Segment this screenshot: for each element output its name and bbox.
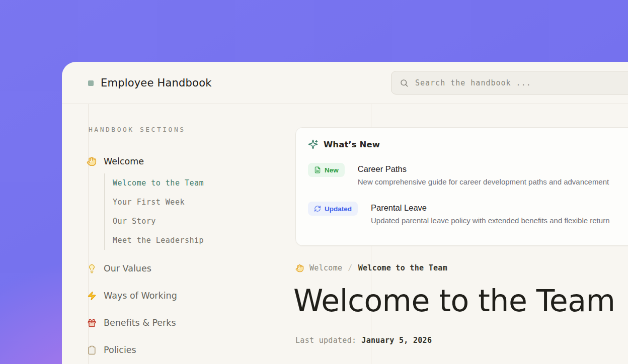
sidebar-section-label: Welcome	[104, 156, 144, 166]
zap-icon	[87, 291, 97, 301]
sidebar-section-ways-of-working[interactable]: Ways of Working	[87, 289, 177, 303]
sidebar-subnav: Welcome to the Team Your First Week Our …	[104, 173, 265, 250]
last-updated: Last updated: January 5, 2026	[295, 336, 432, 345]
whats-new-item-body: Parental Leave Updated parental leave po…	[371, 202, 609, 225]
whats-new-item-body: Career Paths New comprehensive guide for…	[358, 163, 609, 186]
clipboard-icon	[87, 345, 97, 355]
sidebar-subitem-our-story[interactable]: Our Story	[105, 212, 265, 231]
last-updated-value: January 5, 2026	[361, 336, 432, 345]
app-window: Employee Handbook HANDBOOK SECTIONS Welc…	[62, 62, 628, 364]
breadcrumb-page: Welcome to the Team	[358, 263, 447, 272]
badge-label: New	[325, 166, 339, 174]
search-icon	[400, 78, 409, 87]
brand: Employee Handbook	[88, 62, 212, 104]
whats-new-header: What’s New	[308, 139, 628, 149]
sidebar-section-label: Our Values	[104, 263, 151, 274]
status-badge-new: New	[308, 163, 345, 177]
app-title: Employee Handbook	[101, 77, 212, 89]
lightbulb-icon	[87, 263, 97, 274]
sidebar-section-label: Policies	[104, 345, 136, 355]
app-header: Employee Handbook	[62, 62, 628, 104]
sidebar-section-label: Benefits & Perks	[104, 318, 176, 328]
sparkles-icon	[308, 139, 318, 149]
search-box[interactable]	[391, 71, 628, 95]
whats-new-item[interactable]: Updated Parental Leave Updated parental …	[308, 202, 628, 225]
whats-new-item-description: Updated parental leave policy with exten…	[371, 216, 609, 225]
logo-mark	[88, 80, 94, 86]
sidebar-subitem-your-first-week[interactable]: Your First Week	[105, 193, 265, 212]
breadcrumb-section[interactable]: Welcome	[309, 263, 342, 272]
whats-new-card: What’s New New Career Paths New comprehe…	[295, 127, 628, 246]
sidebar-heading: HANDBOOK SECTIONS	[89, 126, 186, 133]
whats-new-item-title[interactable]: Parental Leave	[371, 203, 609, 213]
page-title: Welcome to the Team	[293, 283, 615, 318]
badge-label: Updated	[325, 205, 352, 213]
whats-new-item[interactable]: New Career Paths New comprehensive guide…	[308, 163, 628, 186]
wave-icon	[87, 156, 97, 166]
breadcrumb: Welcome / Welcome to the Team	[295, 263, 447, 272]
last-updated-label: Last updated:	[295, 336, 356, 345]
refresh-icon	[314, 205, 321, 212]
whats-new-item-title[interactable]: Career Paths	[358, 164, 609, 174]
sidebar-section-label: Ways of Working	[104, 291, 177, 301]
sidebar-subitem-meet-the-leadership[interactable]: Meet the Leadership	[105, 231, 265, 250]
sidebar-section-welcome[interactable]: Welcome	[87, 154, 144, 168]
sidebar-section-benefits-perks[interactable]: Benefits & Perks	[87, 316, 176, 330]
whats-new-title: What’s New	[324, 140, 380, 149]
whats-new-item-description: New comprehensive guide for career devel…	[358, 177, 609, 186]
gift-icon	[87, 318, 97, 328]
wave-icon	[295, 264, 304, 272]
breadcrumb-separator: /	[348, 263, 352, 272]
search-input[interactable]	[415, 78, 628, 87]
file-text-icon	[314, 166, 321, 173]
sidebar-section-our-values[interactable]: Our Values	[87, 261, 151, 276]
status-badge-updated: Updated	[308, 202, 358, 216]
sidebar-subitem-welcome-to-the-team[interactable]: Welcome to the Team	[105, 173, 265, 193]
sidebar-section-policies[interactable]: Policies	[87, 343, 136, 357]
